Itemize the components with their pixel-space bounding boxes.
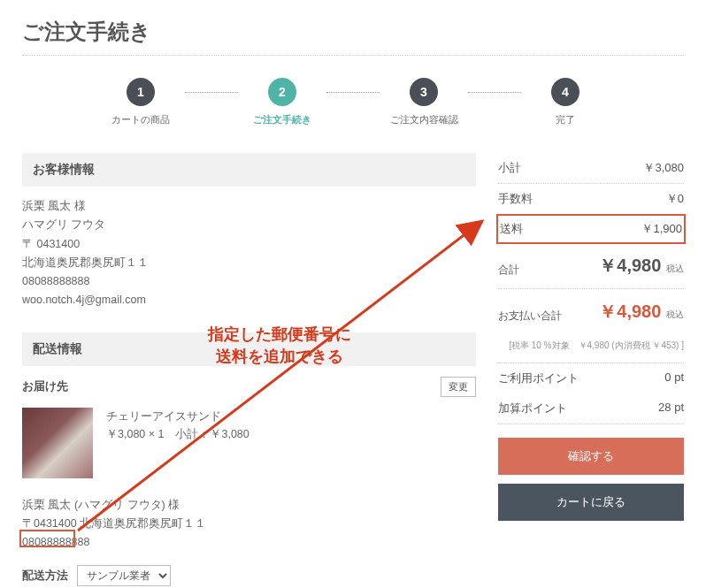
- use-point-value: 0 pt: [664, 370, 684, 386]
- confirm-button[interactable]: 確認する: [498, 438, 684, 475]
- subtotal-label: 小計: [498, 160, 521, 176]
- step-3-label: ご注文内容確認: [390, 113, 458, 126]
- ship-to-postal-address: 〒0431400 北海道奥尻郡奥尻町１１: [22, 515, 476, 533]
- change-address-button[interactable]: 変更: [441, 377, 476, 397]
- tax-note: [税率 10 %対象 ￥4,980 (内消費税 ￥453) ]: [498, 334, 684, 363]
- total-value: ￥4,980: [599, 256, 661, 275]
- step-1: 1 カートの商品: [96, 78, 185, 126]
- shipping-highlight-box: 送料 ￥1,900: [496, 214, 686, 244]
- step-4-label: 完了: [556, 113, 575, 126]
- step-2-label: ご注文手続き: [253, 113, 311, 126]
- shipping-method-label: 配送方法: [22, 568, 68, 584]
- subtotal-value: ￥3,080: [643, 160, 684, 176]
- total-label: 合計: [498, 263, 519, 278]
- step-2: 2 ご注文手続き: [238, 78, 326, 126]
- total-suffix: 税込: [666, 263, 684, 273]
- use-point-label: ご利用ポイント: [498, 370, 579, 386]
- product-price-line: ￥3,080 × 1 小計：￥3,080: [106, 425, 249, 443]
- shipping-method-select[interactable]: サンプル業者: [77, 565, 171, 586]
- ship-label: 送料: [500, 221, 523, 237]
- step-separator: [326, 92, 380, 93]
- page-title: ご注文手続き: [22, 18, 684, 56]
- ship-to-name: 浜栗 風太 (ハマグリ フウタ) 様: [22, 496, 476, 515]
- add-point-value: 28 pt: [658, 401, 684, 416]
- product-name: チェリーアイスサンド: [106, 408, 249, 425]
- step-1-circle: 1: [127, 78, 155, 106]
- annotation-callout: 指定した郵便番号に 送料を追加できる: [208, 324, 351, 368]
- step-4-circle: 4: [551, 78, 579, 106]
- step-2-circle: 2: [268, 78, 296, 106]
- fee-value: ￥0: [666, 191, 684, 207]
- step-separator: [468, 92, 521, 93]
- pay-suffix: 税込: [666, 309, 684, 319]
- customer-info-header: お客様情報: [22, 153, 476, 187]
- pay-value: ￥4,980: [599, 302, 661, 321]
- customer-name: 浜栗 風太 様: [22, 197, 476, 216]
- customer-kana: ハマグリ フウタ: [22, 216, 476, 234]
- customer-email: woo.notch.4j@gmail.com: [22, 291, 476, 309]
- customer-postal: 〒 0431400: [22, 235, 476, 254]
- ship-value: ￥1,900: [641, 221, 682, 237]
- step-3: 3 ご注文内容確認: [380, 78, 468, 126]
- customer-info-section: お客様情報 浜栗 風太 様 ハマグリ フウタ 〒 0431400 北海道奥尻郡奥…: [22, 153, 476, 310]
- customer-address: 北海道奥尻郡奥尻町１１: [22, 254, 476, 272]
- fee-label: 手数料: [498, 191, 533, 207]
- add-point-label: 加算ポイント: [498, 401, 567, 416]
- step-separator: [185, 92, 238, 93]
- order-summary: 小計 ￥3,080 手数料 ￥0 送料 ￥1,900 合計 ￥4,980 税込: [498, 153, 684, 530]
- step-3-circle: 3: [410, 78, 438, 106]
- product-thumbnail: [22, 408, 93, 478]
- ship-to-tel: 08088888888: [22, 533, 476, 552]
- product-row: チェリーアイスサンド ￥3,080 × 1 小計：￥3,080: [22, 408, 476, 478]
- checkout-steps: 1 カートの商品 2 ご注文手続き 3 ご注文内容確認 4 完了: [22, 78, 684, 126]
- ship-to-block: 浜栗 風太 (ハマグリ フウタ) 様 〒0431400 北海道奥尻郡奥尻町１１ …: [22, 496, 476, 553]
- back-to-cart-button[interactable]: カートに戻る: [498, 484, 684, 521]
- deliver-to-heading: お届け先: [22, 378, 68, 394]
- shipping-info-section: 配送情報 お届け先 変更 チェリーアイスサンド ￥3,080 × 1 小計：￥3…: [22, 332, 476, 587]
- customer-tel: 08088888888: [22, 272, 476, 291]
- pay-label: お支払い合計: [498, 309, 562, 324]
- step-4: 4 完了: [521, 78, 610, 126]
- step-1-label: カートの商品: [111, 113, 170, 126]
